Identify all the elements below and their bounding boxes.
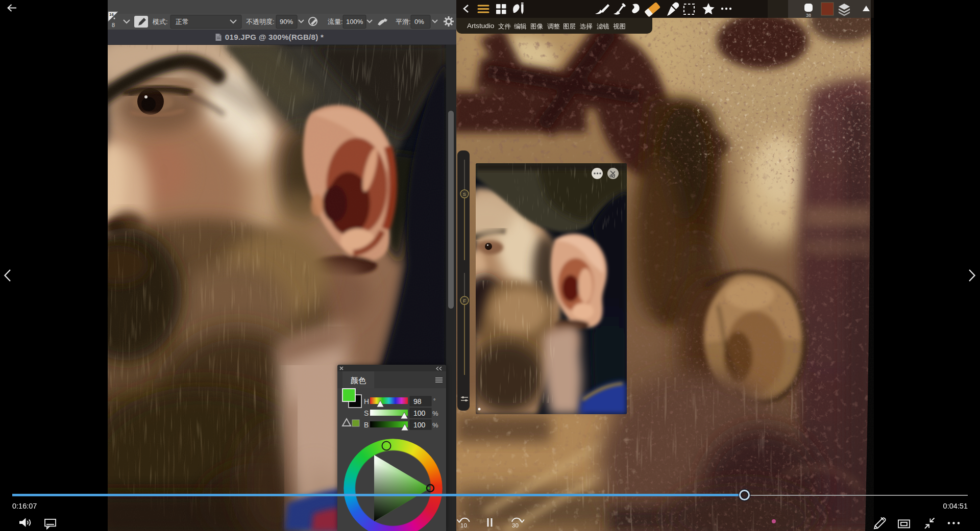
- svg-text:10: 10: [460, 522, 467, 528]
- svg-text:0:16:07: 0:16:07: [12, 502, 37, 510]
- svg-text:30: 30: [512, 522, 519, 528]
- svg-text:0:04:51: 0:04:51: [943, 502, 968, 510]
